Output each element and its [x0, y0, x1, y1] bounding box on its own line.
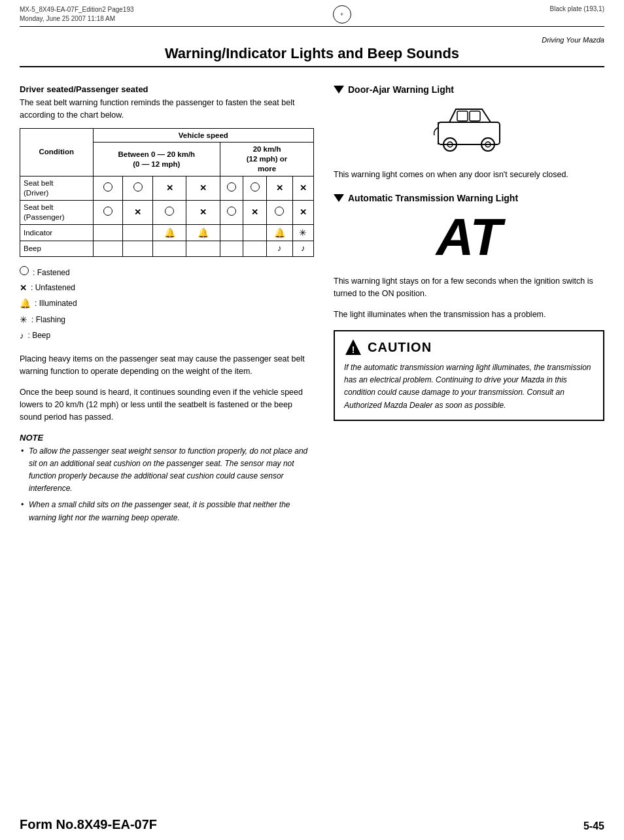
legend-item: ♪ : Beep: [20, 328, 314, 343]
svg-rect-2: [470, 111, 480, 121]
driver-passenger-heading: Driver seated/Passenger seated: [20, 84, 314, 94]
speed-col2-header: 20 km/h(12 mph) ormore: [220, 143, 314, 176]
triangle-marker: [334, 86, 344, 93]
caution-triangle-icon: !: [344, 338, 362, 356]
left-column: Driver seated/Passenger seated The seat …: [20, 84, 314, 528]
legend-item: 🔔 : Illuminated: [20, 295, 314, 312]
speed-col1-header: Between 0 — 20 km/h(0 — 12 mph): [93, 143, 220, 176]
speed-header: Vehicle speed: [93, 128, 313, 143]
header-right-text: Black plate (193,1): [550, 5, 604, 12]
car-icon: [433, 103, 505, 155]
section-title-area: Driving Your Mazda Warning/Indicator Lig…: [0, 29, 624, 71]
header-center-circle: +: [333, 5, 351, 24]
at-description-2: The light illuminates when the transmiss…: [334, 309, 604, 321]
table-row: Beep ♪ ♪: [20, 241, 314, 257]
caution-label: CAUTION: [368, 340, 432, 355]
at-description-1: This warning light stays on for a few se…: [334, 275, 604, 300]
at-symbol: AT: [334, 211, 604, 263]
row-label-driver: Seat belt(Driver): [20, 176, 94, 201]
section-subtitle: Driving Your Mazda: [20, 36, 604, 44]
header-left-text: MX-5_8X49-EA-07F_Edition2 Page193 Monday…: [20, 5, 134, 24]
page-header: MX-5_8X49-EA-07F_Edition2 Page193 Monday…: [0, 0, 624, 29]
door-ajar-heading: Door-Ajar Warning Light: [334, 84, 604, 95]
note-list: To allow the passenger seat weight senso…: [20, 445, 314, 524]
table-row: Indicator 🔔 🔔 🔔 ✳: [20, 225, 314, 241]
svg-text:!: !: [352, 344, 355, 355]
intro-text: The seat belt warning function reminds t…: [20, 97, 314, 122]
form-number: Form No.8X49-EA-07F: [20, 817, 157, 832]
page-number: 5-45: [583, 820, 604, 832]
caution-header: ! CAUTION: [344, 338, 594, 356]
list-item: To allow the passenger seat weight senso…: [20, 445, 314, 496]
legend-item: ✕ : Unfastened: [20, 280, 314, 295]
body-text-1: Placing heavy items on the passenger sea…: [20, 353, 314, 378]
table-row: Seat belt(Passenger) ✕ ✕ ✕ ✕: [20, 201, 314, 225]
right-column: Door-Ajar Warning Light: [334, 84, 604, 528]
section-title: Warning/Indicator Lights and Beep Sounds: [20, 45, 604, 67]
table-row: Seat belt(Driver) ✕ ✕ ✕ ✕: [20, 176, 314, 201]
condition-header: Condition: [20, 128, 94, 176]
triangle-marker-2: [334, 194, 344, 202]
legend-item: ✳ : Flashing: [20, 312, 314, 328]
at-warning-heading: Automatic Transmission Warning Light: [334, 193, 604, 203]
page-footer: Form No.8X49-EA-07F 5-45: [0, 817, 624, 840]
at-icon-area: AT: [334, 211, 604, 263]
row-label-beep: Beep: [20, 241, 94, 257]
door-ajar-description: This warning light comes on when any doo…: [334, 169, 604, 181]
caution-box: ! CAUTION If the automatic transmission …: [334, 330, 604, 421]
legend-item: : Fastened: [20, 266, 314, 280]
car-icon-area: [334, 103, 604, 157]
caution-text: If the automatic transmission warning li…: [344, 361, 594, 412]
list-item: When a small child sits on the passenger…: [20, 499, 314, 524]
seat-belt-table: Condition Vehicle speed Between 0 — 20 k…: [20, 128, 314, 258]
svg-rect-1: [457, 111, 468, 121]
legend: : Fastened ✕ : Unfastened 🔔 : Illuminate…: [20, 266, 314, 344]
body-text-2: Once the beep sound is heard, it continu…: [20, 386, 314, 423]
row-label-passenger: Seat belt(Passenger): [20, 201, 94, 225]
note-heading: NOTE: [20, 433, 314, 443]
svg-rect-0: [438, 122, 500, 144]
row-label-indicator: Indicator: [20, 225, 94, 241]
